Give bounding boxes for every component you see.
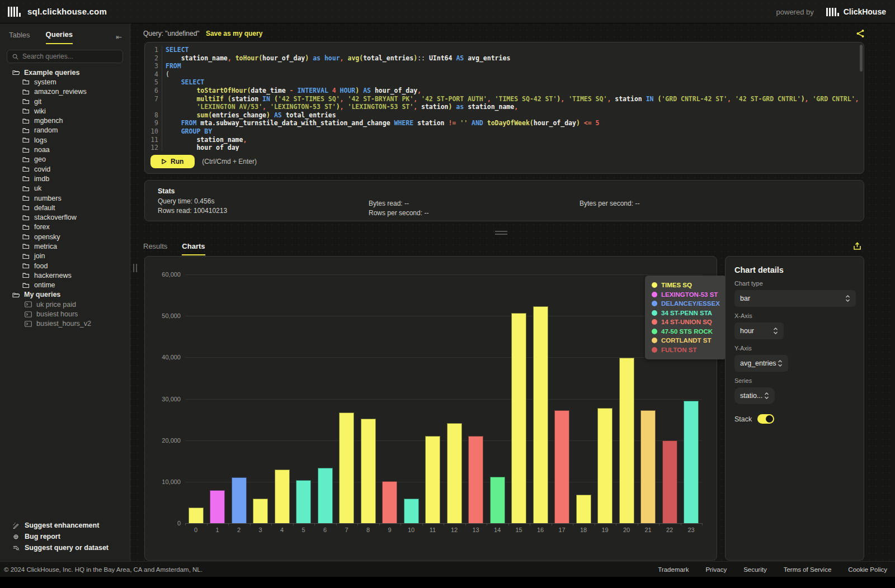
- sidebar-item-busiest_hours_v2[interactable]: busiest_hours_v2: [0, 319, 130, 329]
- legend-item[interactable]: DELANCEY/ESSEX: [652, 299, 720, 309]
- bar-hour-17[interactable]: [554, 410, 569, 523]
- bar-hour-0[interactable]: [189, 508, 204, 523]
- sidebar-item-busiest-hours[interactable]: busiest hours: [0, 309, 130, 319]
- bar-hour-11[interactable]: [425, 436, 440, 523]
- sidebar-item-opensky[interactable]: opensky: [0, 232, 130, 241]
- sidebar-item-git[interactable]: git: [0, 97, 130, 106]
- sidebar-item-imdb[interactable]: imdb: [0, 174, 130, 183]
- legend-item[interactable]: TIMES SQ: [652, 281, 720, 290]
- sidebar-item-numbers[interactable]: numbers: [0, 193, 130, 203]
- sidebar-section-my-queries[interactable]: My queries: [0, 290, 130, 300]
- suggest-query-link[interactable]: Suggest query or dataset: [0, 542, 130, 553]
- legend-dot: [652, 329, 657, 334]
- bar-hour-19[interactable]: [597, 408, 613, 523]
- bar-hour-3[interactable]: [253, 499, 268, 523]
- sidebar-item-food[interactable]: food: [0, 261, 130, 271]
- sidebar-item-default[interactable]: default: [0, 203, 130, 212]
- code-line: 3FROM: [145, 62, 858, 70]
- bar-hour-2[interactable]: [232, 477, 247, 523]
- bar-hour-14[interactable]: [490, 477, 505, 523]
- search-queries-box[interactable]: [7, 50, 123, 63]
- tab-tables[interactable]: Tables: [9, 31, 30, 44]
- sidebar-item-covid[interactable]: covid: [0, 164, 130, 174]
- bar-hour-18[interactable]: [576, 495, 591, 523]
- bar-chart[interactable]: 010,00020,00030,00040,00050,00060,000012…: [145, 257, 717, 560]
- bar-hour-6[interactable]: [318, 468, 333, 523]
- bar-hour-9[interactable]: [382, 481, 397, 523]
- code-line: 1SELECT: [145, 46, 858, 54]
- search-queries-input[interactable]: [22, 53, 118, 60]
- sidebar-item-noaa[interactable]: noaa: [0, 145, 130, 154]
- axis-tick: [185, 523, 186, 525]
- powered-by-label: powered by: [776, 8, 814, 16]
- sidebar-section-example-queries[interactable]: Example queries: [0, 68, 130, 77]
- legend-item[interactable]: 34 ST-PENN STA: [652, 309, 720, 318]
- footer-link-trademark[interactable]: Trademark: [658, 566, 689, 573]
- sidebar-item-amazon_reviews[interactable]: amazon_reviews: [0, 87, 130, 97]
- sidebar-item-uk[interactable]: uk: [0, 184, 130, 193]
- footer-link-security[interactable]: Security: [743, 566, 767, 573]
- horizontal-resize-handle[interactable]: [495, 231, 507, 236]
- collapse-sidebar-icon[interactable]: ⇤: [116, 33, 122, 41]
- sidebar-item-metrica[interactable]: metrica: [0, 241, 130, 251]
- bar-hour-1[interactable]: [210, 490, 225, 523]
- sidebar-item-ontime[interactable]: ontime: [0, 281, 130, 290]
- x-axis-tick-label: 17: [552, 527, 573, 533]
- sidebar-item-geo[interactable]: geo: [0, 155, 130, 164]
- open-folder-icon: [12, 292, 20, 298]
- bar-hour-13[interactable]: [468, 436, 483, 523]
- sidebar-item-join[interactable]: join: [0, 252, 130, 261]
- legend-item[interactable]: LEXINGTON-53 ST: [652, 290, 720, 300]
- y-axis-select[interactable]: avg_entries: [734, 355, 788, 372]
- stack-toggle[interactable]: [757, 414, 774, 424]
- x-axis-select[interactable]: hour: [734, 323, 784, 339]
- legend-item[interactable]: CORTLANDT ST: [652, 336, 720, 345]
- tab-results[interactable]: Results: [143, 242, 167, 255]
- sql-editor[interactable]: 1SELECT2 station_name, toHour(hour_of_da…: [144, 42, 864, 174]
- series-select[interactable]: statio...: [734, 387, 775, 404]
- sidebar-item-forex[interactable]: forex: [0, 222, 130, 232]
- download-chart-icon[interactable]: [852, 241, 862, 251]
- bar-hour-22[interactable]: [662, 440, 677, 523]
- sidebar-item-uk-price-paid[interactable]: uk price paid: [0, 300, 130, 309]
- sidebar-item-random[interactable]: random: [0, 126, 130, 135]
- x-axis-tick-label: 3: [250, 527, 271, 533]
- bar-hour-20[interactable]: [619, 358, 634, 523]
- vertical-resize-handle[interactable]: [133, 264, 137, 272]
- sidebar-item-hackernews[interactable]: hackernews: [0, 271, 130, 280]
- chart-type-select[interactable]: bar: [734, 290, 856, 307]
- bar-hour-4[interactable]: [275, 470, 290, 523]
- bar-hour-15[interactable]: [511, 313, 526, 523]
- sql-code[interactable]: 1SELECT2 station_name, toHour(hour_of_da…: [145, 46, 858, 151]
- sidebar-item-mgbench[interactable]: mgbench: [0, 116, 130, 125]
- footer-link-privacy[interactable]: Privacy: [705, 566, 727, 573]
- bar-hour-21[interactable]: [640, 410, 656, 523]
- run-button[interactable]: Run: [150, 155, 195, 168]
- bar-hour-16[interactable]: [533, 306, 548, 523]
- sidebar-item-stackoverflow[interactable]: stackoverflow: [0, 212, 130, 222]
- powered-by: powered by ClickHouse: [776, 0, 886, 23]
- sidebar-item-logs[interactable]: logs: [0, 135, 130, 145]
- bar-hour-5[interactable]: [296, 480, 311, 523]
- bar-hour-10[interactable]: [404, 499, 419, 523]
- sidebar-item-wiki[interactable]: wiki: [0, 106, 130, 116]
- legend-item[interactable]: FULTON ST: [652, 345, 720, 355]
- tab-charts[interactable]: Charts: [182, 242, 205, 255]
- tab-queries[interactable]: Queries: [46, 30, 73, 44]
- legend-item[interactable]: 14 ST-UNION SQ: [652, 317, 720, 327]
- bar-hour-8[interactable]: [361, 419, 376, 523]
- share-icon[interactable]: [856, 29, 865, 38]
- bar-hour-12[interactable]: [447, 423, 462, 523]
- folder-icon: [22, 263, 30, 269]
- editor-scrollbar[interactable]: [860, 45, 863, 72]
- footer-link-terms-of-service[interactable]: Terms of Service: [784, 566, 832, 573]
- bar-hour-23[interactable]: [684, 401, 699, 523]
- legend-item[interactable]: 47-50 STS ROCK: [652, 327, 720, 336]
- sidebar-item-system[interactable]: system: [0, 77, 130, 87]
- save-as-my-query-link[interactable]: Save as my query: [206, 30, 262, 37]
- bug-report-link[interactable]: Bug report: [0, 531, 130, 542]
- bar-hour-7[interactable]: [339, 412, 354, 523]
- footer-link-cookie-policy[interactable]: Cookie Policy: [848, 566, 887, 573]
- axis-tick: [465, 523, 466, 525]
- suggest-enhancement-link[interactable]: Suggest enhancement: [0, 520, 130, 531]
